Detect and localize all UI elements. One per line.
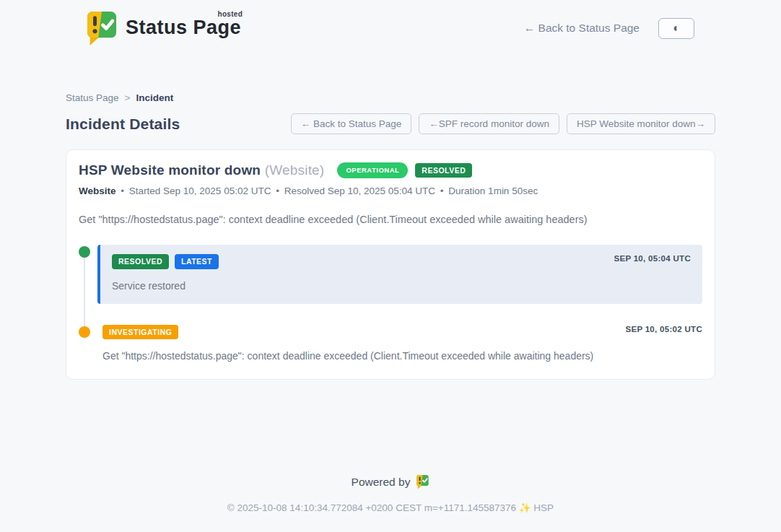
timeline-plain-content: INVESTIGATING SEP 10, 05:02 UTC Get "htt… [102,325,702,362]
footer: Powered by © 2025-10-08 14:10:34.772084 … [0,474,781,532]
incident-timeline: RESOLVED LATEST SEP 10, 05:04 UTC Servic… [79,245,702,362]
half-circle-icon: ◐ [673,22,680,34]
logo-hosted-label: hosted [217,10,243,18]
header-back-to-status-page-link[interactable]: ← Back to Status Page [524,22,640,35]
breadcrumb-status-page[interactable]: Status Page [66,92,119,103]
meta-separator: • [121,186,124,196]
operational-badge: OPERATIONAL [337,162,408,178]
incident-meta: Website • Started Sep 10, 2025 05:02 UTC… [79,186,702,196]
breadcrumb-incident: Incident [136,92,173,103]
header: Status Page hosted ← Back to Status Page… [0,0,781,51]
resolved-badge: RESOLVED [415,163,472,178]
breadcrumb-separator: > [125,92,131,103]
page-root: Status Page hosted ← Back to Status Page… [0,0,781,532]
incident-component: (Website) [265,162,325,178]
next-incident-button[interactable]: HSP Website monitor down→ [567,113,715,134]
timeline-badges: INVESTIGATING [102,325,178,340]
timeline-message: Get "https://hostedstatus.page": context… [102,350,702,362]
powered-by-label: Powered by [352,476,411,489]
timeline-latest-box: RESOLVED LATEST SEP 10, 05:04 UTC Servic… [97,245,702,304]
timeline-investigating-badge: INVESTIGATING [102,325,178,340]
incident-card: HSP Website monitor down (Website) OPERA… [66,149,715,380]
incident-nav-buttons: ← Back to Status Page ←SPF record monito… [291,113,715,134]
incident-status-badges: OPERATIONAL RESOLVED [337,162,472,178]
copyright-line: © 2025-10-08 14:10:34.772084 +0200 CEST … [0,502,781,513]
incident-description: Get "https://hostedstatus.page": context… [79,214,702,225]
meta-started: Started Sep 10, 2025 05:02 UTC [129,186,271,196]
meta-separator: • [440,186,444,196]
timeline-dot-resolved [79,246,90,258]
incident-title: HSP Website monitor down (Website) [79,162,324,178]
breadcrumb: Status Page > Incident [66,92,715,103]
meta-component: Website [79,186,116,196]
timeline-latest-badge: LATEST [175,254,219,269]
page-title: Incident Details [66,115,180,133]
timeline-resolved-badge: RESOLVED [112,254,169,269]
back-to-status-page-button[interactable]: ← Back to Status Page [291,113,412,134]
title-row: Incident Details ← Back to Status Page ←… [66,113,715,134]
meta-resolved: Resolved Sep 10, 2025 05:04 UTC [284,186,435,196]
header-right: ← Back to Status Page ◐ [524,18,694,39]
timeline-entry-head: RESOLVED LATEST SEP 10, 05:04 UTC [112,254,691,269]
footer-status-page-logo-icon[interactable] [416,474,429,489]
powered-by: Powered by [0,474,781,489]
timeline-timestamp: SEP 10, 05:04 UTC [614,254,691,263]
theme-toggle-button[interactable]: ◐ [658,18,694,39]
timeline-entry-investigating: INVESTIGATING SEP 10, 05:02 UTC Get "htt… [79,325,702,362]
timeline-badges: RESOLVED LATEST [112,254,219,269]
timeline-dot-investigating [79,326,90,338]
timeline-message: Service restored [112,280,691,292]
prev-incident-button[interactable]: ←SPF record monitor down [419,113,559,134]
status-page-logo-icon [85,10,118,46]
logo[interactable]: Status Page hosted [85,10,241,46]
meta-duration: Duration 1min 50sec [448,186,538,196]
main-content: Status Page > Incident Incident Details … [66,51,715,474]
timeline-timestamp: SEP 10, 05:02 UTC [625,325,702,333]
incident-name: HSP Website monitor down [79,162,261,178]
logo-text: Status Page hosted [126,17,241,39]
logo-brand: Status Page [126,17,241,38]
timeline-entry-latest: RESOLVED LATEST SEP 10, 05:04 UTC Servic… [79,245,702,304]
incident-title-row: HSP Website monitor down (Website) OPERA… [79,162,702,178]
meta-separator: • [276,186,279,196]
timeline-entry-head: INVESTIGATING SEP 10, 05:02 UTC [102,325,702,340]
